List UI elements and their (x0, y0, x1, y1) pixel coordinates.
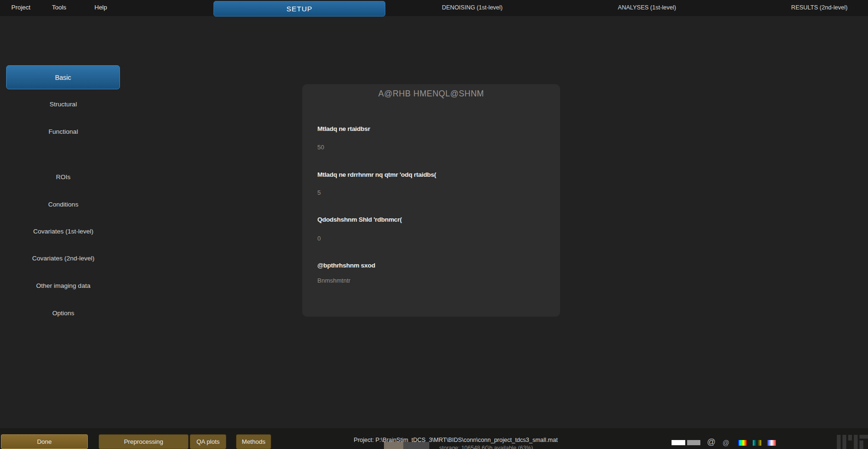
storage-progress-bar (384, 442, 429, 449)
panel-title: A@RHB HMENQL@SHNM (302, 89, 560, 99)
field-value-number-of-sessions[interactable]: 5 (317, 189, 321, 196)
done-button[interactable]: Done (1, 434, 88, 449)
storage-label: storage: 106548.6Gb available (63%) (439, 445, 533, 449)
field-value-repetition-time[interactable]: 0 (317, 235, 321, 242)
background-white-swatch-icon[interactable] (672, 440, 685, 445)
sidebar-item-options[interactable]: Options (0, 309, 127, 318)
colormap-cyan-yellow-icon[interactable] (753, 440, 761, 446)
sidebar-item-covariates-2nd-level[interactable]: Covariates (2nd-level) (0, 254, 127, 263)
mit-logo-bar (848, 435, 852, 440)
tab-denoising[interactable]: DENOISING (1st-level) (442, 4, 503, 11)
mit-logo-bar (859, 440, 863, 449)
conn-toolbox-window: Project Tools Help SETUP DENOISING (1st-… (0, 0, 868, 449)
field-label-acquisition-type: @bpthrhshnm sxod (317, 262, 375, 269)
top-menu-bar: Project Tools Help SETUP DENOISING (1st-… (0, 0, 868, 16)
sidebar-item-rois[interactable]: ROIs (0, 173, 127, 182)
mit-logo-bar (859, 435, 868, 439)
qa-plots-button[interactable]: QA plots (190, 434, 226, 449)
tab-setup[interactable]: SETUP (213, 1, 385, 17)
sidebar-item-conditions[interactable]: Conditions (0, 200, 127, 209)
storage-free-segment (403, 442, 429, 449)
mit-logo (837, 433, 868, 449)
field-value-acquisition-type[interactable]: Bnmshmtntr (317, 277, 350, 284)
colormap-jet-icon[interactable] (738, 440, 747, 446)
sidebar-item-structural[interactable]: Structural (0, 100, 127, 109)
storage-used-segment (384, 442, 403, 449)
methods-button[interactable]: Methods (236, 434, 271, 449)
preprocessing-button[interactable]: Preprocessing (99, 434, 188, 449)
mit-logo-bar (837, 435, 841, 449)
sidebar-item-covariates-1st-level[interactable]: Covariates (1st-level) (0, 227, 127, 236)
field-value-number-of-subjects[interactable]: 50 (317, 144, 324, 151)
sidebar-item-functional[interactable]: Functional (0, 127, 127, 137)
tab-analyses[interactable]: ANALYSES (1st-level) (618, 4, 676, 11)
sidebar-item-basic[interactable]: Basic (6, 65, 120, 89)
field-label-number-of-subjects: Mtladq ne rtaidbsr (317, 125, 370, 132)
font-size-small-icon[interactable]: @ (723, 439, 729, 447)
menu-help[interactable]: Help (94, 4, 107, 11)
project-path-label: Project: P:\BrainStim_tDCS_3\MRT\BIDS\co… (302, 437, 609, 443)
tab-results[interactable]: RESULTS (2nd-level) (791, 4, 847, 11)
field-label-number-of-sessions: Mtladq ne rdrrhnmr nq qtmr 'odq rtaidbs( (317, 171, 436, 178)
mit-logo-bar (842, 435, 846, 449)
menu-project[interactable]: Project (11, 4, 30, 11)
font-size-large-icon[interactable]: @ (707, 437, 715, 447)
background-gray-swatch-icon[interactable] (687, 440, 700, 445)
menu-tools[interactable]: Tools (52, 4, 66, 11)
sidebar-item-other-imaging-data[interactable]: Other imaging data (0, 281, 127, 291)
mit-logo-bar (854, 435, 858, 449)
colormap-blue-white-red-icon[interactable] (767, 440, 776, 446)
field-label-repetition-time: Qdodshshnm Shld 'rdbnmcr( (317, 216, 402, 223)
